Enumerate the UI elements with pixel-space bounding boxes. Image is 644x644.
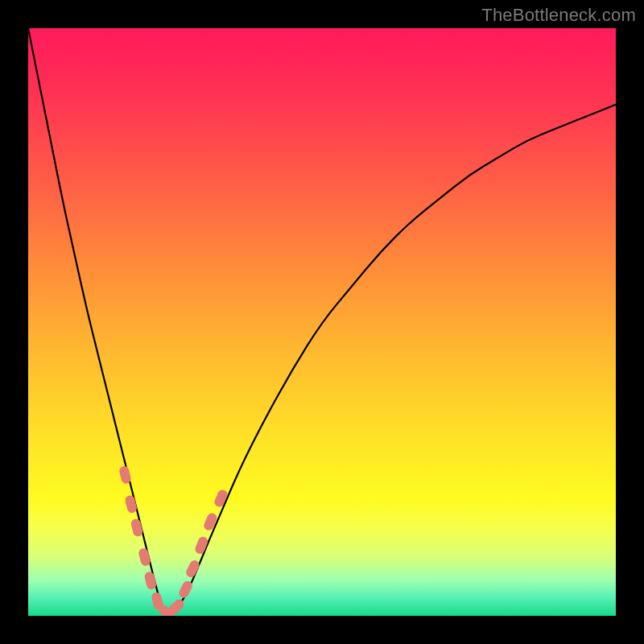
plot-area bbox=[28, 28, 616, 616]
marker-capsule bbox=[184, 559, 201, 579]
bottleneck-curve-line bbox=[28, 28, 616, 614]
marker-capsule bbox=[130, 518, 144, 537]
watermark-text: TheBottleneck.com bbox=[481, 5, 636, 26]
chart-frame: TheBottleneck.com bbox=[0, 0, 644, 644]
curve-svg bbox=[28, 28, 616, 616]
marker-capsule bbox=[118, 465, 132, 485]
marker-capsule bbox=[124, 494, 138, 514]
highlight-markers bbox=[118, 465, 229, 616]
marker-capsule bbox=[138, 547, 151, 567]
marker-capsule bbox=[143, 571, 157, 590]
marker-capsule bbox=[202, 512, 218, 532]
